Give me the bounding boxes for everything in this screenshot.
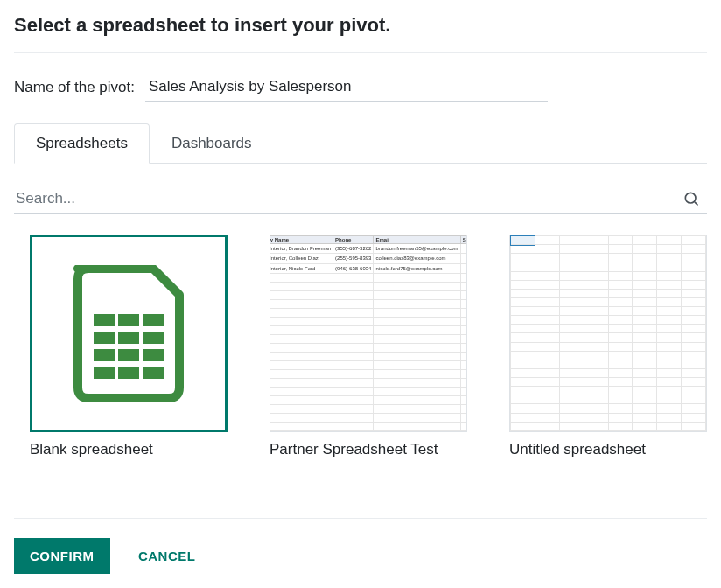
empty-grid xyxy=(510,235,706,431)
card-preview-blank xyxy=(30,234,228,432)
search-row xyxy=(14,185,707,214)
svg-rect-13 xyxy=(143,367,164,379)
svg-rect-3 xyxy=(118,314,139,326)
footer-divider xyxy=(14,518,707,519)
svg-rect-4 xyxy=(143,314,164,326)
card-label: Partner Spreadsheet Test xyxy=(270,441,467,458)
svg-rect-9 xyxy=(118,349,139,361)
tabs: Spreadsheets Dashboards xyxy=(14,122,707,164)
pivot-name-label: Name of the pivot: xyxy=(14,79,135,96)
confirm-button[interactable]: CONFIRM xyxy=(14,538,110,574)
search-icon[interactable] xyxy=(682,190,700,207)
card-untitled-spreadsheet[interactable]: Untitled spreadsheet xyxy=(509,234,707,458)
pivot-name-input[interactable] xyxy=(145,73,548,102)
svg-rect-7 xyxy=(143,332,164,344)
divider xyxy=(14,52,707,53)
card-partner-spreadsheet[interactable]: Display Name Phone Email Salespe Azure I… xyxy=(270,234,467,458)
svg-rect-2 xyxy=(94,314,115,326)
svg-line-1 xyxy=(695,202,698,206)
dialog-footer: CONFIRM CANCEL xyxy=(14,518,707,574)
svg-rect-10 xyxy=(143,349,164,361)
svg-point-0 xyxy=(685,192,696,203)
svg-rect-6 xyxy=(118,332,139,344)
svg-rect-12 xyxy=(118,367,139,379)
partner-mini-table: Display Name Phone Email Salespe Azure I… xyxy=(270,235,467,431)
card-preview-partner: Display Name Phone Email Salespe Azure I… xyxy=(270,234,467,432)
search-input[interactable] xyxy=(16,190,682,207)
svg-rect-11 xyxy=(94,367,115,379)
svg-rect-8 xyxy=(94,349,115,361)
card-label: Untitled spreadsheet xyxy=(509,441,707,458)
card-preview-untitled xyxy=(509,234,707,432)
card-blank-spreadsheet[interactable]: Blank spreadsheet xyxy=(30,234,228,458)
pivot-name-row: Name of the pivot: xyxy=(14,73,707,102)
spreadsheet-cards: Blank spreadsheet Display Name Phone Ema… xyxy=(14,234,707,458)
cancel-button[interactable]: CANCEL xyxy=(122,538,212,574)
dialog-title: Select a spreadsheet to insert your pivo… xyxy=(14,14,707,37)
svg-rect-5 xyxy=(94,332,115,344)
spreadsheet-icon xyxy=(67,265,190,402)
tab-spreadsheets[interactable]: Spreadsheets xyxy=(14,123,150,164)
card-label: Blank spreadsheet xyxy=(30,441,228,458)
tab-dashboards[interactable]: Dashboards xyxy=(150,123,274,164)
